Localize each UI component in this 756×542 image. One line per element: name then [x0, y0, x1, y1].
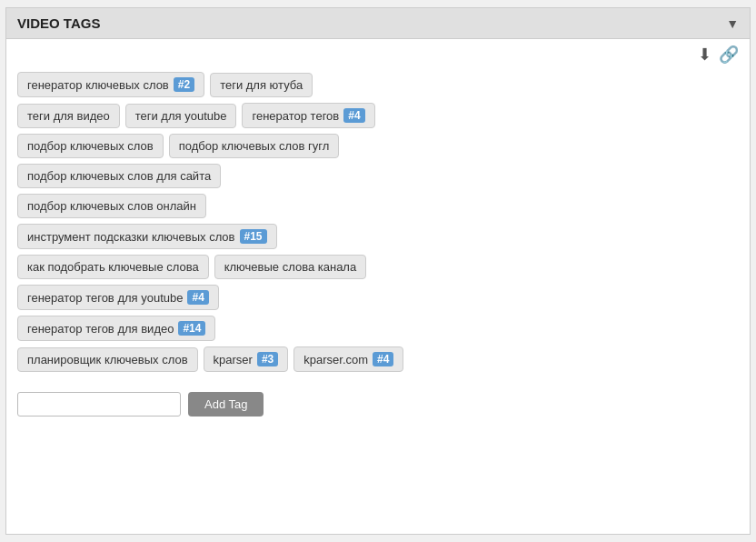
- tag-badge: #3: [257, 352, 278, 366]
- tag-row: подбор ключевых слов онлайн: [17, 194, 739, 218]
- tag-row: теги для видеотеги для youtubeгенератор …: [17, 103, 739, 128]
- tag-item[interactable]: теги для ютуба: [210, 73, 313, 97]
- panel-header: VIDEO TAGS ▼: [6, 8, 750, 39]
- download-icon[interactable]: ⬇: [698, 45, 711, 65]
- tag-item[interactable]: подбор ключевых слов онлайн: [17, 194, 206, 218]
- tag-item[interactable]: планировщик ключевых слов: [17, 347, 198, 372]
- tag-item[interactable]: подбор ключевых слов: [17, 134, 164, 158]
- tag-item[interactable]: kparser#3: [204, 346, 289, 372]
- tag-item[interactable]: теги для youtube: [125, 104, 237, 128]
- tag-item[interactable]: kparser.com#4: [293, 346, 403, 372]
- tag-item[interactable]: генератор тегов для youtube#4: [17, 285, 219, 310]
- chevron-icon[interactable]: ▼: [726, 16, 739, 31]
- tag-row: инструмент подсказки ключевых слов#15: [17, 224, 739, 249]
- tag-badge: #4: [373, 352, 393, 366]
- add-tag-input[interactable]: [17, 392, 181, 417]
- tag-row: подбор ключевых слов для сайта: [17, 164, 739, 188]
- tag-item[interactable]: подбор ключевых слов гугл: [169, 134, 340, 158]
- tag-item[interactable]: генератор тегов для видео#14: [17, 316, 215, 341]
- tag-item[interactable]: генератор ключевых слов#2: [17, 72, 204, 97]
- tag-item[interactable]: ключевые слова канала: [214, 255, 366, 279]
- add-tag-row: Add Tag: [6, 385, 750, 427]
- tag-badge: #4: [187, 290, 208, 305]
- tag-badge: #4: [343, 108, 364, 123]
- tags-area: генератор ключевых слов#2теги для ютубат…: [6, 68, 750, 385]
- tag-item[interactable]: теги для видео: [17, 104, 120, 128]
- tag-badge: #15: [240, 229, 267, 244]
- add-tag-button[interactable]: Add Tag: [188, 392, 264, 417]
- tag-row: подбор ключевых словподбор ключевых слов…: [17, 134, 739, 158]
- tag-row: генератор ключевых слов#2теги для ютуба: [17, 72, 739, 97]
- tag-item[interactable]: инструмент подсказки ключевых слов#15: [17, 224, 277, 249]
- tag-item[interactable]: подбор ключевых слов для сайта: [17, 164, 221, 188]
- tag-row: генератор тегов для youtube#4: [17, 285, 739, 310]
- tag-row: планировщик ключевых словkparser#3kparse…: [17, 346, 739, 372]
- video-tags-panel: VIDEO TAGS ▼ ⬇ 🔗 генератор ключевых слов…: [5, 7, 751, 535]
- tag-row: как подобрать ключевые словаключевые сло…: [17, 255, 739, 279]
- link-icon[interactable]: 🔗: [719, 45, 739, 65]
- tag-badge: #14: [178, 321, 205, 336]
- tag-row: генератор тегов для видео#14: [17, 316, 739, 341]
- tag-item[interactable]: как подобрать ключевые слова: [17, 255, 209, 279]
- tag-badge: #2: [174, 77, 194, 92]
- tag-item[interactable]: генератор тегов#4: [242, 103, 374, 128]
- panel-title: VIDEO TAGS: [17, 15, 100, 31]
- toolbar: ⬇ 🔗: [6, 39, 750, 68]
